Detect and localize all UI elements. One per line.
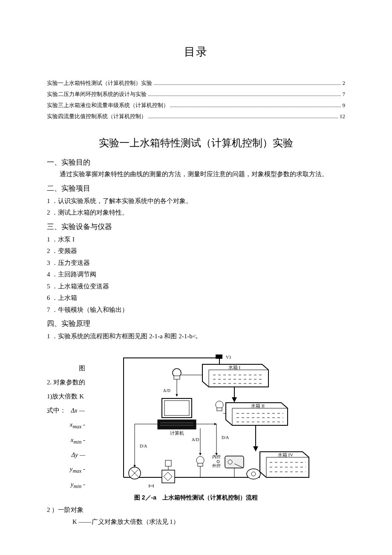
svg-text:A/D: A/D bbox=[192, 437, 199, 442]
svg-rect-20 bbox=[217, 408, 222, 411]
fig-label: ymin - bbox=[47, 477, 85, 493]
list-item: 2 ．测试上水箱的对象特性。 bbox=[47, 207, 345, 218]
toc-dots bbox=[154, 80, 341, 85]
toc-dots bbox=[148, 113, 338, 119]
toc-page: 12 bbox=[340, 112, 345, 121]
transmitter-icon bbox=[216, 401, 226, 413]
section-1-head: 一、实验目的 bbox=[47, 157, 345, 169]
toc-item[interactable]: 实验三上水箱液位和流量串级系统（计算机控制） 9 bbox=[47, 101, 345, 110]
svg-point-52 bbox=[247, 469, 260, 479]
fig-label: xmin - bbox=[47, 433, 85, 448]
svg-rect-24 bbox=[158, 420, 196, 429]
toc-dots bbox=[148, 91, 341, 96]
toc-page: 2 bbox=[343, 78, 346, 88]
toc-label: 实验二压力单闭环控制系统的设计与实验 bbox=[47, 90, 147, 99]
toc-list: 实验一上水箱特性测试（计算机控制）实验 2 实验二压力单闭环控制系统的设计与实验… bbox=[47, 78, 345, 121]
fig-label: 2. 对象参数的 bbox=[47, 375, 85, 389]
section-1-body: 通过实验掌握对象特性的曲线的测量的方法，测量时应注意的问题，对象模型参数的求取方… bbox=[47, 169, 345, 180]
svg-text:内控: 内控 bbox=[212, 454, 221, 459]
list-item: 6 ．上水箱 bbox=[47, 293, 345, 304]
section-4-line1: 1 ．实验系统的流程图和方框图见图 2-1-a 和图 2-1-b<, bbox=[47, 331, 345, 342]
control-valve-icon bbox=[162, 460, 175, 483]
svg-text:计算机: 计算机 bbox=[170, 430, 184, 436]
toc-page: 9 bbox=[343, 101, 346, 110]
section-4-head: 四、实验原理 bbox=[47, 318, 345, 330]
toc-heading: 目录 bbox=[47, 43, 345, 61]
svg-text:外控: 外控 bbox=[212, 463, 221, 468]
after-fig-line2: K ——广义对象放大倍数（求法见 1） bbox=[47, 517, 345, 528]
fig-label: 1)放大倍数 K bbox=[47, 389, 85, 404]
toc-item[interactable]: 实验一上水箱特性测试（计算机控制）实验 2 bbox=[47, 78, 345, 88]
list-item: 1 ．水泵 I bbox=[47, 234, 345, 245]
section-2-head: 二、实验项目 bbox=[47, 183, 345, 195]
after-fig-line1: 2 ）一阶对象 bbox=[47, 505, 345, 516]
toc-page: 7 bbox=[343, 90, 346, 99]
svg-rect-44 bbox=[198, 463, 203, 466]
fig-label: ymax - bbox=[47, 462, 85, 477]
section-3-head: 三、实验设备与仪器 bbox=[47, 221, 345, 233]
transmitter-icon: A/D bbox=[163, 369, 202, 396]
svg-point-19 bbox=[216, 401, 223, 409]
toc-item[interactable]: 实验四流量比值控制系统（计算机控制） 12 bbox=[47, 112, 345, 121]
svg-point-49 bbox=[217, 460, 219, 463]
svg-text:A/D: A/D bbox=[163, 388, 170, 393]
flow-diagram-icon: V3 水箱 I A/D 水箱 I bbox=[107, 349, 311, 490]
fig-label: 图 bbox=[47, 361, 85, 375]
transmitter-icon bbox=[196, 456, 204, 477]
svg-text:水箱 II: 水箱 II bbox=[251, 403, 265, 408]
list-item: 5 ．上水箱液位变送器 bbox=[47, 281, 345, 292]
svg-rect-0 bbox=[216, 355, 222, 359]
fig-label: Δy — bbox=[47, 448, 85, 462]
flow-meter-icon bbox=[129, 467, 141, 479]
figure-caption: 图 2／-a 上水箱特性测试（计算机控制）流程 bbox=[47, 493, 345, 503]
figure-2-1-a: 图 2. 对象参数的 1)放大倍数 K 式中： Δx — xmax - xmin… bbox=[47, 349, 345, 503]
list-item: 3 ．压力变送器 bbox=[47, 258, 345, 269]
list-item: 1 ．认识实验系统，了解本实验系统中的各个对象。 bbox=[47, 196, 345, 207]
svg-text:D/A: D/A bbox=[222, 435, 229, 440]
list-item: 2 ．变频器 bbox=[47, 246, 345, 257]
svg-point-43 bbox=[196, 456, 204, 464]
svg-text:水箱 IV: 水箱 IV bbox=[278, 452, 293, 457]
fig-label: 式中： Δx — bbox=[47, 404, 85, 418]
exp1-title: 实验一上水箱特性测试（计算机控制）实验 bbox=[47, 134, 345, 152]
list-item: 4 ．主回路调节阀 bbox=[47, 269, 345, 280]
tank-1-icon: 水箱 I bbox=[202, 364, 268, 387]
svg-text:水箱 I: 水箱 I bbox=[228, 365, 241, 370]
computer-icon: 计算机 bbox=[158, 398, 196, 436]
tank-4-icon: 水箱 IV bbox=[260, 452, 309, 477]
tank-2-icon: 水箱 II bbox=[226, 403, 288, 425]
svg-point-47 bbox=[228, 460, 232, 464]
toc-label: 实验四流量比值控制系统（计算机控制） bbox=[47, 112, 147, 121]
svg-rect-23 bbox=[164, 401, 189, 416]
toc-label: 实验三上水箱液位和流量串级系统（计算机控制） bbox=[47, 101, 169, 110]
valve-label: V3 bbox=[226, 355, 231, 360]
svg-rect-41 bbox=[165, 460, 171, 466]
toc-item[interactable]: 实验二压力单闭环控制系统的设计与实验 7 bbox=[47, 90, 345, 99]
fig-label: xmax - bbox=[47, 418, 85, 433]
toc-label: 实验一上水箱特性测试（计算机控制）实验 bbox=[47, 78, 152, 88]
toc-dots bbox=[170, 102, 341, 108]
list-item: 7 ．牛顿模块（输入和输出） bbox=[47, 305, 345, 316]
figure-left-labels: 图 2. 对象参数的 1)放大倍数 K 式中： Δx — xmax - xmin… bbox=[47, 361, 85, 492]
svg-rect-9 bbox=[174, 376, 180, 379]
svg-text:D/A: D/A bbox=[140, 444, 147, 448]
